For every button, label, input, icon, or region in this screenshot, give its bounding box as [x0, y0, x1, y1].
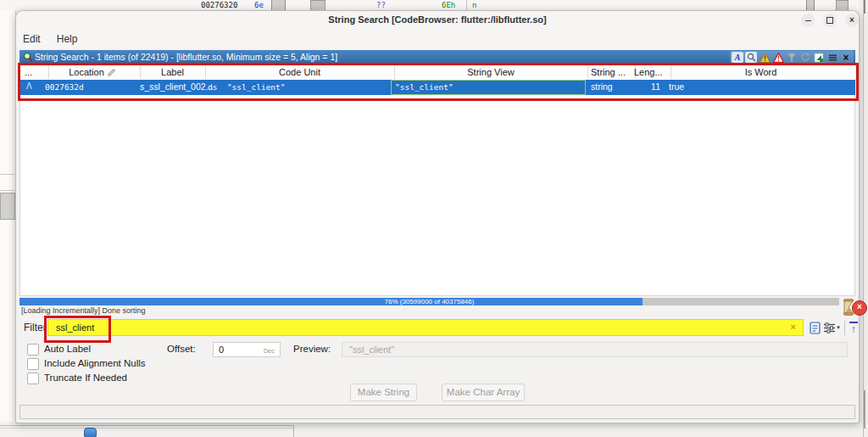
background-divider: [293, 425, 294, 437]
cell-code-unit: ds "ssl_client": [208, 82, 286, 92]
offset-label: Offset:: [167, 344, 196, 354]
background-divider: [864, 390, 865, 429]
panel-header[interactable]: String Search - 1 items (of 22419) - [li…: [19, 50, 855, 64]
column-header-location[interactable]: Location: [45, 65, 141, 79]
filter-settings-icon[interactable]: ▾: [822, 320, 841, 335]
clear-filter-icon[interactable]: ×: [791, 322, 796, 332]
close-button[interactable]: ×: [845, 14, 859, 27]
make-string-button[interactable]: Make String: [350, 384, 417, 401]
include-alignment-nulls-checkbox[interactable]: [27, 358, 39, 370]
cancel-x-icon: ×: [857, 302, 862, 311]
results-table-header: ... Location Label Code Unit String View…: [19, 65, 855, 81]
status-text: [Loading Incrementally] Done sorting: [21, 306, 146, 315]
make-char-array-button[interactable]: Make Char Array: [442, 384, 525, 401]
background-divider: [0, 428, 294, 429]
string-search-icon: [23, 52, 33, 62]
offset-input[interactable]: 0 Dec: [213, 342, 281, 357]
dialog-status-bar: [19, 405, 855, 419]
column-header-string-view[interactable]: String View: [394, 65, 588, 79]
column-header-string-type[interactable]: String ...: [587, 65, 636, 79]
string-type-icon: Λ: [26, 81, 32, 91]
cell-location: 0027632d: [45, 82, 84, 92]
cell-length: 11: [632, 81, 660, 92]
column-header-is-word[interactable]: Is Word: [668, 65, 854, 79]
menu-help[interactable]: Help: [50, 30, 85, 45]
search-icon[interactable]: [745, 52, 757, 63]
filter-label: Filter: [24, 322, 47, 333]
minimize-icon: [805, 20, 811, 22]
maximize-icon: [826, 17, 833, 24]
cell-string-view-focus[interactable]: "ssl_client": [391, 80, 586, 95]
column-header-length[interactable]: Leng...: [632, 65, 671, 79]
offset-value: 0: [219, 345, 224, 355]
background-right-strip: [859, 0, 868, 437]
background-left-strip: [0, 10, 16, 437]
refresh-icon[interactable]: [799, 52, 811, 63]
background-listing-strip: 00276320 6e ?? 6Eh n: [0, 0, 868, 10]
progress-bar: 76% (30599000 of 40375846): [19, 298, 839, 305]
minimize-button[interactable]: [801, 14, 815, 27]
snapshot-icon[interactable]: [813, 52, 825, 63]
background-divider: [0, 174, 14, 175]
background-app-icon[interactable]: [84, 428, 97, 437]
cell-label: s_ssl_client_002...: [140, 81, 213, 92]
auto-label-label: Auto Label: [44, 344, 91, 354]
panel-toolbar: A: [730, 51, 854, 64]
title-bar[interactable]: String Search [CodeBrowser: flutter:/lib…: [16, 11, 859, 31]
menu-edit[interactable]: Edit: [16, 30, 47, 45]
screen: 00276320 6e ?? 6Eh n String Search [Code…: [0, 0, 868, 437]
filter-options-doc-icon[interactable]: [808, 320, 822, 335]
listing-hex: 6Eh: [442, 1, 455, 9]
background-divider: [466, 0, 467, 10]
include-alignment-nulls-label: Include Alignment Nulls: [44, 358, 146, 368]
offset-unit[interactable]: Dec: [264, 347, 275, 355]
preview-value: "ssl_client": [349, 345, 394, 355]
toolbar-separator: [844, 321, 845, 335]
warning-red-icon[interactable]: [772, 52, 784, 63]
listing-undefined: ??: [376, 1, 386, 9]
rename-icon[interactable]: A: [732, 52, 743, 63]
listing-char: n: [472, 1, 476, 9]
cell-string-view: "ssl_client": [395, 82, 453, 92]
listing-address: 00276320: [201, 1, 237, 9]
cancel-button[interactable]: ×: [852, 300, 867, 316]
menu-bar: Edit Help: [16, 30, 859, 48]
filter-value: ssl_client: [56, 322, 94, 333]
auto-label-checkbox[interactable]: [27, 344, 39, 356]
column-header-label[interactable]: Label: [140, 65, 206, 79]
results-table-body[interactable]: [19, 65, 855, 296]
column-header-code-unit[interactable]: Code Unit: [205, 65, 395, 79]
background-scrollbar-thumb[interactable]: [0, 193, 15, 220]
preview-field: "ssl_client": [342, 342, 848, 357]
background-divider: [0, 425, 294, 426]
sort-indicator-icon: [107, 69, 116, 76]
caret-down-icon: ▾: [837, 324, 840, 331]
filter-input[interactable]: ssl_client ×: [47, 319, 804, 336]
filter-funnel-icon[interactable]: [786, 52, 798, 63]
panel-title: String Search - 1 items (of 22419) - [li…: [35, 52, 337, 62]
window-title: String Search [CodeBrowser: flutter:/lib…: [16, 14, 859, 25]
menu-hamburger-icon[interactable]: [826, 52, 838, 63]
background-divider: [806, 0, 815, 10]
progress-label: 76% (30599000 of 40375846): [19, 298, 839, 305]
background-divider: [271, 0, 286, 10]
background-divider: [863, 0, 864, 437]
preview-label: Preview:: [293, 344, 331, 354]
warning-yellow-icon[interactable]: [759, 52, 771, 63]
listing-byte: 6e: [254, 1, 264, 9]
cell-is-word: true: [669, 81, 684, 92]
result-row[interactable]: Λ 0027632d s_ssl_client_002... ds "ssl_c…: [19, 80, 855, 95]
truncate-if-needed-checkbox[interactable]: [27, 373, 39, 384]
scroll-to-top-icon[interactable]: ↑: [847, 320, 860, 335]
panel-close-icon[interactable]: ×: [840, 52, 852, 63]
truncate-if-needed-label: Truncate If Needed: [44, 373, 127, 383]
background-divider: [0, 190, 14, 191]
close-icon: ×: [849, 15, 854, 25]
string-search-window: String Search [CodeBrowser: flutter:/lib…: [15, 10, 860, 423]
background-bottom-strip: [0, 422, 859, 437]
maximize-button[interactable]: [823, 14, 837, 27]
cell-string-type: string: [591, 81, 613, 92]
background-divider: [864, 0, 865, 14]
